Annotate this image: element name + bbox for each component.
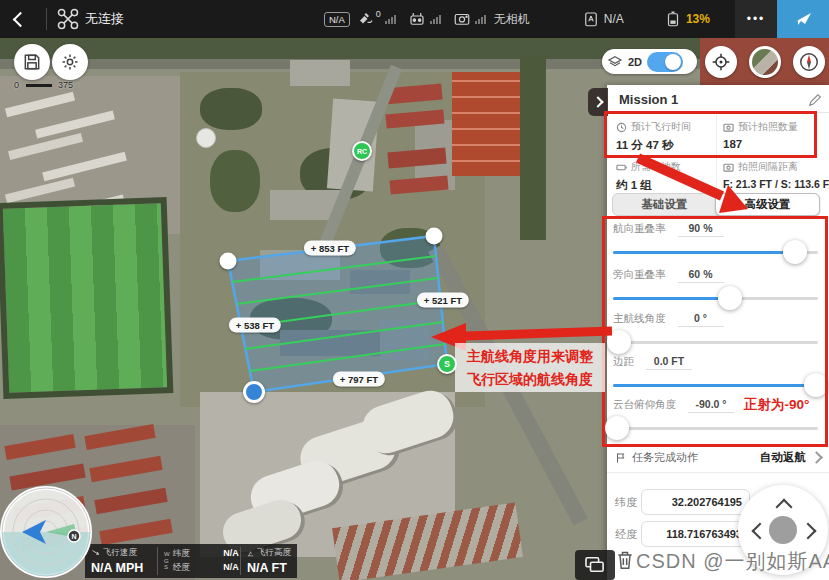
stat-batteries: 所需电池数 约 1 组 <box>616 160 681 193</box>
satellite-icon <box>357 10 375 28</box>
side-overlap-value[interactable]: 60 % <box>678 268 724 283</box>
chevron-right-icon <box>810 451 823 464</box>
gimbal-annotation: 正射为-90° <box>744 396 809 414</box>
map-layer-thumbnail-button[interactable] <box>749 46 781 78</box>
settings-tabs: 基础设置 高级设置 <box>612 193 820 216</box>
settings-button[interactable] <box>52 44 88 80</box>
edge-distance-label: + 797 FT <box>333 372 385 387</box>
course-overlap-track[interactable] <box>613 251 818 254</box>
photo-icon <box>723 122 734 133</box>
side-overlap-track[interactable] <box>613 297 818 300</box>
slider-handle[interactable] <box>804 373 828 397</box>
edit-mission-button[interactable] <box>808 93 822 111</box>
delete-mission-button[interactable] <box>615 549 635 575</box>
nudge-right-button[interactable] <box>800 523 817 540</box>
airplane-icon <box>791 7 815 31</box>
edge-distance-label: + 853 FT <box>304 241 356 256</box>
telemetry-coords: WGS 纬度N/A 经度N/A <box>158 544 240 578</box>
compass-north-label: N <box>71 533 76 540</box>
slider-route-angle: 主航线角度 0 ° <box>613 311 820 344</box>
map-thumbnail <box>752 49 778 75</box>
waypoint-nudge-pad <box>738 485 828 575</box>
tab-basic-settings[interactable]: 基础设置 <box>613 194 716 215</box>
stat-photo-count: 预计拍照数量 187 <box>723 120 798 150</box>
satellite-count: 0 <box>376 9 381 19</box>
crosshair-icon <box>711 52 731 72</box>
start-point-marker: S <box>437 354 457 374</box>
rc-signal-bars <box>430 15 441 24</box>
nudge-left-button[interactable] <box>752 523 769 540</box>
margin-value[interactable]: 0.0 FT <box>646 355 692 370</box>
longitude-row: 经度 118.716763493 <box>615 521 750 547</box>
tab-advanced-settings[interactable]: 高级设置 <box>715 193 820 216</box>
save-mission-button[interactable] <box>14 44 50 80</box>
gimbal-pitch-value[interactable]: -90.0 ° <box>688 398 734 413</box>
takeoff-button[interactable] <box>777 0 829 38</box>
finish-action-row[interactable]: 任务完成动作 自动返航 <box>607 444 829 471</box>
panel-collapse-tab[interactable] <box>588 88 608 116</box>
battery-icon <box>616 162 627 173</box>
stat-flight-time: 预计飞行时间 11 分 47 秒 <box>616 120 691 153</box>
window-switch-icon <box>584 556 606 574</box>
divider <box>607 472 829 473</box>
photo-icon <box>723 162 734 173</box>
aircraft-battery-value: N/A <box>604 12 624 26</box>
latitude-input[interactable]: 32.202764195 <box>641 489 750 515</box>
flag-icon <box>615 452 627 464</box>
compass-widget: N <box>0 486 92 580</box>
altitude-icon <box>247 549 254 558</box>
more-menu-button[interactable]: ••• <box>735 0 777 38</box>
slider-handle[interactable] <box>718 286 742 310</box>
slider-gimbal-pitch: 云台俯仰角度 -90.0 ° 正射为-90° <box>613 397 820 430</box>
telemetry-altitude: 飞行高度 N/A FT <box>241 544 297 578</box>
route-angle-track[interactable] <box>613 341 818 344</box>
aircraft-battery-icon <box>582 10 600 28</box>
rc-battery-value: 13% <box>686 12 710 26</box>
locate-button[interactable] <box>705 46 737 78</box>
rc-location-marker: RC <box>352 141 372 161</box>
save-icon <box>22 52 42 72</box>
stat-photo-interval: 拍照间隔距离 F: 21.3 FT / S: 113.6 FT <box>723 160 829 190</box>
compass-reset-button[interactable] <box>793 46 825 78</box>
edge-distance-label: + 538 FT <box>229 318 281 333</box>
gps-mode-badge: N/A <box>324 12 350 27</box>
camera-status: 无相机 <box>494 11 530 28</box>
speed-icon <box>91 549 100 558</box>
margin-track[interactable] <box>613 384 818 387</box>
finish-action-value: 自动返航 <box>760 450 806 465</box>
nudge-center-button[interactable] <box>769 516 797 544</box>
telemetry-speed: 飞行速度 N/A MPH <box>85 544 157 578</box>
compass-needle-icon <box>798 51 820 73</box>
camera-icon <box>453 10 471 28</box>
map-mode-label: 2D <box>628 56 642 68</box>
slider-handle[interactable] <box>605 416 629 440</box>
edge-distance-label: + 521 FT <box>417 293 469 308</box>
divider <box>716 115 717 191</box>
back-button[interactable] <box>0 14 40 25</box>
latitude-row: 纬度 32.202764195 <box>615 489 750 515</box>
slider-handle[interactable] <box>607 330 631 354</box>
gimbal-pitch-track[interactable] <box>613 427 818 430</box>
map-2d-toggle[interactable] <box>647 52 683 72</box>
gear-icon <box>60 52 80 72</box>
minimap-toggle-button[interactable] <box>575 550 615 580</box>
wgs-label: WGS <box>164 551 170 571</box>
gps-signal-bars <box>385 15 396 24</box>
longitude-input[interactable]: 118.716763493 <box>641 521 750 547</box>
selected-waypoint-handle[interactable] <box>243 381 265 403</box>
slider-margin: 边距 0.0 FT <box>613 354 820 387</box>
clock-icon <box>616 122 627 133</box>
waypoint-handle[interactable] <box>220 253 237 270</box>
toggle-knob <box>665 54 681 70</box>
nudge-up-button[interactable] <box>776 499 793 516</box>
route-angle-value[interactable]: 0 ° <box>678 312 724 327</box>
pencil-icon <box>808 93 822 107</box>
telemetry-bar: 飞行速度 N/A MPH WGS 纬度N/A 经度N/A 飞行高度 N/A FT <box>85 544 297 578</box>
course-overlap-value[interactable]: 90 % <box>678 222 724 237</box>
waypoint-handle[interactable] <box>426 228 443 245</box>
trash-icon <box>615 549 635 571</box>
map-mode-pill: 2D <box>602 49 697 74</box>
back-icon <box>12 11 28 27</box>
divider <box>607 112 829 113</box>
drone-icon <box>57 8 79 30</box>
